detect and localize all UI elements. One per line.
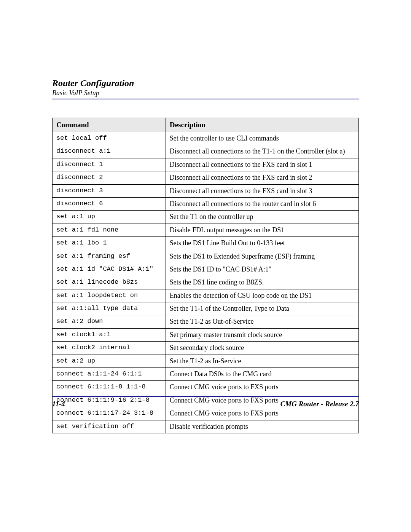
table-row: set a:1 lbo 1Sets the DS1 Line Build Out…: [53, 237, 359, 250]
description-cell: Sets the DS1 line coding to B8ZS.: [166, 276, 358, 289]
command-cell: disconnect 2: [53, 171, 166, 184]
command-cell: set a:1 framing esf: [53, 250, 166, 263]
header-divider: [52, 99, 359, 99]
description-cell: Set the T1 on the controller up: [166, 211, 358, 224]
description-cell: Disable FDL output messages on the DS1: [166, 224, 358, 236]
header-description: Description: [166, 118, 358, 132]
description-cell: Set the T1-2 as Out-of-Service: [166, 315, 358, 328]
footer-row: 11-4 CMG Router - Release 2.7: [52, 400, 359, 408]
description-cell: Connect Data DS0s to the CMG card: [166, 368, 358, 381]
command-cell: disconnect 6: [53, 197, 166, 210]
command-cell: set a:1:all type data: [53, 302, 166, 315]
page-footer: 11-4 CMG Router - Release 2.7: [52, 396, 359, 408]
header-command: Command: [53, 118, 166, 132]
command-cell: disconnect 1: [53, 158, 166, 171]
table-row: set a:1 fdl noneDisable FDL output messa…: [53, 224, 359, 236]
table-row: set a:1 loopdetect onEnables the detecti…: [53, 289, 359, 302]
description-cell: Disconnect all connections to the router…: [166, 197, 358, 210]
table-row: set clock2 internalSet secondary clock s…: [53, 342, 359, 355]
table-row: set a:1 linecode b8zsSets the DS1 line c…: [53, 276, 359, 289]
description-cell: Set the T1-2 as In-Service: [166, 355, 358, 367]
table-row: set a:2 upSet the T1-2 as In-Service: [53, 355, 359, 367]
table-row: set a:2 downSet the T1-2 as Out-of-Servi…: [53, 315, 359, 328]
description-cell: Connect CMG voice ports to FXS ports: [166, 407, 358, 420]
command-cell: set a:1 up: [53, 211, 166, 224]
command-cell: connect a:1:1-24 6:1:1: [53, 368, 166, 381]
table-row: disconnect 2Disconnect all connections t…: [53, 171, 359, 184]
description-cell: Sets the DS1 to Extended Superframe (ESF…: [166, 250, 358, 263]
product-version: CMG Router - Release 2.7: [280, 400, 359, 408]
command-cell: connect 6:1:1:1-8 1:1-8: [53, 381, 166, 394]
command-cell: set a:2 down: [53, 315, 166, 328]
table-row: set clock1 a:1Set primary master transmi…: [53, 328, 359, 341]
command-cell: set a:1 id "CAC DS1# A:1": [53, 263, 166, 276]
table-row: connect 6:1:1:1-8 1:1-8Connect CMG voice…: [53, 381, 359, 394]
table-row: disconnect 3Disconnect all connections t…: [53, 184, 359, 197]
description-cell: Disconnect all connections to the FXS ca…: [166, 171, 358, 184]
description-cell: Set the controller to use CLI commands: [166, 132, 358, 145]
footer-divider: [52, 396, 359, 397]
description-cell: Disable verification prompts: [166, 420, 358, 433]
description-cell: Set primary master transmit clock source: [166, 328, 358, 341]
command-cell: set local off: [53, 132, 166, 145]
table-row: set local offSet the controller to use C…: [53, 132, 359, 145]
table-row: disconnect 6Disconnect all connections t…: [53, 197, 359, 210]
command-cell: set a:1 linecode b8zs: [53, 276, 166, 289]
command-cell: disconnect a:1: [53, 145, 166, 158]
page-content: Router Configuration Basic VoIP Setup Co…: [52, 78, 359, 433]
page-subtitle: Basic VoIP Setup: [52, 89, 359, 97]
page-number: 11-4: [52, 400, 65, 408]
description-cell: Disconnect all connections to the FXS ca…: [166, 184, 358, 197]
table-row: set verification offDisable verification…: [53, 420, 359, 433]
table-row: disconnect a:1Disconnect all connections…: [53, 145, 359, 158]
command-cell: set clock1 a:1: [53, 328, 166, 341]
command-cell: set a:1 loopdetect on: [53, 289, 166, 302]
command-table: Command Description set local offSet the…: [52, 118, 359, 433]
command-cell: set clock2 internal: [53, 342, 166, 355]
description-cell: Sets the DS1 ID to "CAC DS1# A:1": [166, 263, 358, 276]
description-cell: Set the T1-1 of the Controller, Type to …: [166, 302, 358, 315]
table-row: disconnect 1Disconnect all connections t…: [53, 158, 359, 171]
command-cell: connect 6:1:1:17-24 3:1-8: [53, 407, 166, 420]
description-cell: Connect CMG voice ports to FXS ports: [166, 381, 358, 394]
command-cell: set a:2 up: [53, 355, 166, 367]
description-cell: Disconnect all connections to the T1-1 o…: [166, 145, 358, 158]
table-row: connect 6:1:1:17-24 3:1-8Connect CMG voi…: [53, 407, 359, 420]
table-row: set a:1 upSet the T1 on the controller u…: [53, 211, 359, 224]
table-row: set a:1 framing esfSets the DS1 to Exten…: [53, 250, 359, 263]
description-cell: Disconnect all connections to the FXS ca…: [166, 158, 358, 171]
command-cell: disconnect 3: [53, 184, 166, 197]
description-cell: Enables the detection of CSU loop code o…: [166, 289, 358, 302]
description-cell: Set secondary clock source: [166, 342, 358, 355]
page-title: Router Configuration: [52, 78, 359, 88]
table-row: connect a:1:1-24 6:1:1Connect Data DS0s …: [53, 368, 359, 381]
command-cell: set a:1 lbo 1: [53, 237, 166, 250]
table-header-row: Command Description: [53, 118, 359, 132]
command-cell: set a:1 fdl none: [53, 224, 166, 236]
description-cell: Sets the DS1 Line Build Out to 0-133 fee…: [166, 237, 358, 250]
table-row: set a:1 id "CAC DS1# A:1"Sets the DS1 ID…: [53, 263, 359, 276]
table-row: set a:1:all type dataSet the T1-1 of the…: [53, 302, 359, 315]
command-cell: set verification off: [53, 420, 166, 433]
